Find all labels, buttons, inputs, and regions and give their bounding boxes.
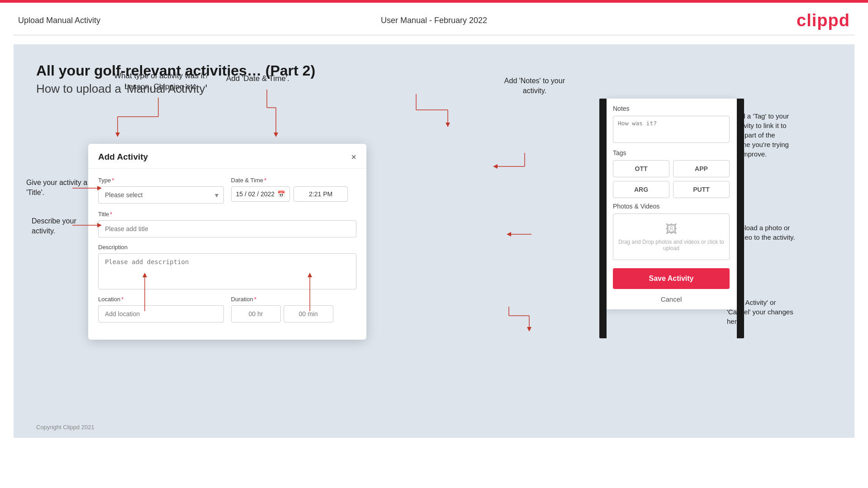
duration-group [231, 305, 357, 322]
form-group-duration: Duration* [231, 296, 357, 322]
copyright: Copyright Clippd 2021 [36, 424, 95, 431]
tag-putt[interactable]: PUTT [673, 181, 730, 198]
save-activity-button[interactable]: Save Activity [613, 268, 730, 289]
type-select[interactable]: Please select [98, 186, 224, 204]
title-input[interactable] [98, 220, 356, 237]
tags-grid: OTT APP ARG PUTT [613, 160, 730, 198]
notes-textarea[interactable] [613, 116, 730, 143]
cancel-link[interactable]: Cancel [606, 294, 737, 309]
annotation-activity-type: What type of activity was it?Lesson, Chi… [114, 71, 209, 92]
tag-ott[interactable]: OTT [613, 160, 669, 177]
location-input[interactable] [98, 305, 224, 322]
datetime-label: Date & Time* [231, 177, 357, 184]
modal-body: Type* Please select ▾ Date & Time* [88, 169, 366, 340]
form-row-type-datetime: Type* Please select ▾ Date & Time* [98, 177, 356, 204]
notes-label: Notes [613, 105, 730, 112]
form-group-datetime: Date & Time* 15 / 02 / 2022 📅 2:21 PM [231, 177, 357, 204]
form-group-title: Title* [98, 211, 356, 237]
annotation-title: Give your activity a'Title'. [26, 178, 87, 198]
header-center-label: User Manual - February 2022 [381, 16, 487, 25]
annotation-photo: Upload a photo orvideo to the activity. [736, 223, 826, 242]
logo: clippd [797, 11, 850, 30]
location-label: Location* [98, 296, 224, 303]
svg-marker-23 [493, 164, 498, 169]
annotation-notes: Add 'Notes' to youractivity. [504, 76, 565, 96]
tags-section: Tags OTT APP ARG PUTT [606, 149, 737, 203]
photos-label: Photos & Videos [613, 203, 730, 210]
date-value: 15 / 02 / 2022 [236, 190, 275, 198]
tag-arg[interactable]: ARG [613, 181, 669, 198]
phone-panel: Notes Tags OTT APP ARG PUTT Photos & Vid… [606, 99, 737, 309]
header-left-label: Upload Manual Activity [18, 16, 100, 25]
type-label: Type* [98, 177, 224, 184]
duration-hr-input[interactable] [231, 305, 281, 322]
svg-marker-25 [507, 232, 511, 237]
form-group-type: Type* Please select ▾ [98, 177, 224, 204]
svg-marker-29 [527, 327, 531, 332]
date-time-group: 15 / 02 / 2022 📅 2:21 PM [231, 186, 357, 202]
time-input[interactable]: 2:21 PM [294, 186, 348, 202]
form-group-description: Description [98, 244, 356, 289]
svg-marker-20 [446, 123, 450, 127]
type-select-wrapper: Please select ▾ [98, 186, 224, 204]
add-activity-modal: Add Activity × Type* Please select ▾ [88, 144, 366, 340]
annotation-tags: Add a 'Tag' to youractivity to link it t… [733, 111, 824, 159]
header: Upload Manual Activity User Manual - Feb… [0, 3, 868, 35]
date-input[interactable]: 15 / 02 / 2022 📅 [231, 186, 290, 202]
form-group-location: Location* [98, 296, 224, 322]
duration-label: Duration* [231, 296, 357, 303]
annotation-date-time: Add 'Date & Time'. [226, 73, 289, 84]
photos-drop-zone[interactable]: 🖼 Drag and Drop photos and videos or cli… [613, 213, 730, 260]
modal-title: Add Activity [98, 152, 148, 162]
header-divider [14, 35, 854, 35]
description-textarea[interactable] [98, 253, 356, 289]
phone-sidebar-right [737, 99, 744, 338]
tag-app[interactable]: APP [673, 160, 730, 177]
phone-sidebar-left [599, 99, 607, 338]
modal-close-button[interactable]: × [351, 152, 356, 161]
photos-hint: Drag and Drop photos and videos or click… [618, 239, 725, 251]
svg-marker-3 [115, 133, 120, 137]
photos-section: Photos & Videos 🖼 Drag and Drop photos a… [606, 203, 737, 265]
main-content: All your golf-relevant activities… (Part… [14, 44, 854, 438]
modal-header: Add Activity × [88, 144, 366, 169]
calendar-icon: 📅 [277, 190, 285, 198]
form-row-location-duration: Location* Duration* [98, 296, 356, 322]
photo-icon: 🖼 [618, 222, 725, 236]
description-label: Description [98, 244, 356, 251]
annotation-description: Describe youractivity. [32, 216, 76, 237]
title-label: Title* [98, 211, 356, 218]
notes-section: Notes [606, 99, 737, 149]
duration-min-input[interactable] [284, 305, 333, 322]
tags-label: Tags [613, 149, 730, 156]
svg-marker-7 [274, 133, 278, 137]
